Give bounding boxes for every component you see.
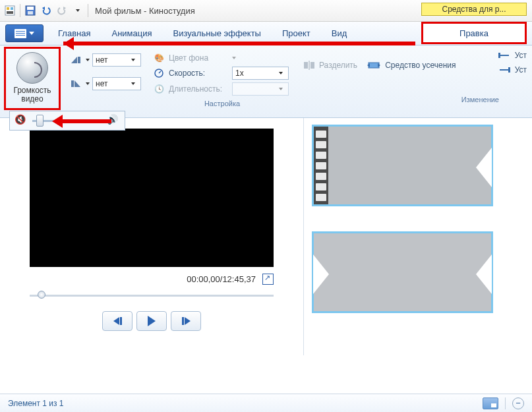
tab-visual-effects[interactable]: Визуальные эффекты [163,22,272,45]
set-start-label: Уст [515,51,527,60]
clock-icon: 🕓 [153,83,165,95]
prev-frame-button[interactable] [102,311,133,331]
set-end-label: Уст [515,65,527,74]
play-button[interactable] [136,311,167,331]
svg-rect-9 [71,80,74,87]
split-icon [303,60,315,71]
svg-rect-8 [78,57,80,63]
svg-rect-5 [27,7,34,10]
contextual-tab-label: Средства для р... [421,3,527,16]
split-button: Разделить [303,60,357,71]
qa-customize-dropdown[interactable] [71,3,85,18]
svg-rect-17 [498,53,500,58]
playback-controls [102,311,201,331]
speed-value: 1x [235,69,244,78]
duration-row: 🕓 Длительность: [153,82,291,96]
svg-marker-10 [74,80,80,87]
slider-thumb[interactable] [36,115,44,127]
trim-tool-button[interactable]: Средство усечения [367,60,456,71]
duration-combo [232,82,289,96]
separator [20,4,20,17]
set-points-column: Уст Уст [498,51,527,74]
filmstrip-icon [314,127,328,204]
duration-label: Длительность: [169,84,228,94]
separator [88,4,88,17]
svg-marker-7 [71,57,77,63]
svg-rect-6 [28,11,33,15]
edit-group-label: Изменение [303,96,525,103]
chevron-down-icon [232,57,236,59]
chevron-down-icon [276,72,285,74]
clip-1[interactable] [312,125,493,206]
trim-label: Средство усечения [385,61,456,70]
preview-pane: 00:00,00/12:45,37 [0,118,303,355]
tab-home[interactable]: Главная [47,22,101,45]
trim-icon [367,60,381,71]
settings-group-label: Настройка [153,100,291,107]
fade-out-icon [70,78,83,89]
set-start-point-button[interactable]: Уст [498,51,527,60]
app-icon [3,3,17,18]
svg-rect-2 [11,7,13,10]
tab-animation[interactable]: Анимация [101,22,162,45]
timeline-pane[interactable] [303,118,532,355]
fade-out-combo[interactable]: нет [92,77,141,90]
fade-in-value: нет [96,55,107,65]
video-preview[interactable] [30,129,274,267]
tab-edit[interactable]: Правка [421,22,527,44]
time-display: 00:00,00/12:45,37 [187,274,256,284]
view-mode-button[interactable] [483,397,498,409]
split-label: Разделить [319,61,357,70]
separator [505,397,506,409]
zoom-out-button[interactable]: − [512,397,524,409]
svg-rect-1 [7,7,9,10]
fade-in-icon [70,55,83,65]
speaker-icon [16,52,48,84]
seek-thumb[interactable] [38,291,45,299]
ribbon: Громкость видео нет нет [0,45,532,118]
paint-bucket-icon: 🎨 [153,52,165,64]
svg-rect-12 [304,62,308,69]
svg-rect-13 [310,62,314,69]
qa-undo-button[interactable] [39,3,53,18]
set-end-point-button[interactable]: Уст [498,65,527,74]
clip-2[interactable] [312,231,493,313]
end-point-icon [498,65,511,74]
video-volume-button[interactable]: Громкость видео [7,49,58,106]
svg-rect-19 [508,67,510,73]
speed-row: Скорость: 1x [153,67,291,80]
tab-project[interactable]: Проект [272,22,321,45]
speed-label: Скорость: [169,69,228,78]
title-bar: Мой фильм - Киностудия Средства для р... [0,0,532,22]
speed-icon [153,67,165,79]
speaker-muted-icon[interactable] [15,115,27,127]
status-bar: Элемент 1 из 1 − [0,394,532,412]
chevron-down-icon [129,59,138,61]
caret-down-icon [86,82,90,85]
seek-track [30,295,274,297]
caret-down-icon [86,59,90,61]
start-point-icon [498,51,511,60]
window-title: Мой фильм - Киностудия [95,6,195,16]
chevron-down-icon [276,88,285,90]
next-frame-button[interactable] [171,311,201,331]
video-volume-label: Громкость видео [8,86,57,103]
chevron-down-icon [129,82,138,85]
tab-edit-label: Правка [459,28,488,38]
status-item-count: Элемент 1 из 1 [8,399,64,408]
time-display-row: 00:00,00/12:45,37 [30,274,274,285]
volume-slider-popup [9,111,125,131]
qa-redo-button[interactable] [55,3,69,18]
seek-bar[interactable] [30,294,274,298]
bgcolor-label: Цвет фона [169,53,228,63]
svg-rect-15 [369,63,379,68]
tab-strip: Главная Анимация Визуальные эффекты Прое… [0,22,532,45]
contextual-tab-header: Средства для р... [421,3,527,16]
file-menu-button[interactable] [5,24,44,42]
speed-combo[interactable]: 1x [232,67,289,80]
fade-in-combo[interactable]: нет [92,53,141,67]
qa-save-button[interactable] [23,3,38,18]
fade-out-value: нет [96,79,107,88]
fullscreen-button[interactable] [262,274,274,285]
tab-view[interactable]: Вид [321,22,358,45]
